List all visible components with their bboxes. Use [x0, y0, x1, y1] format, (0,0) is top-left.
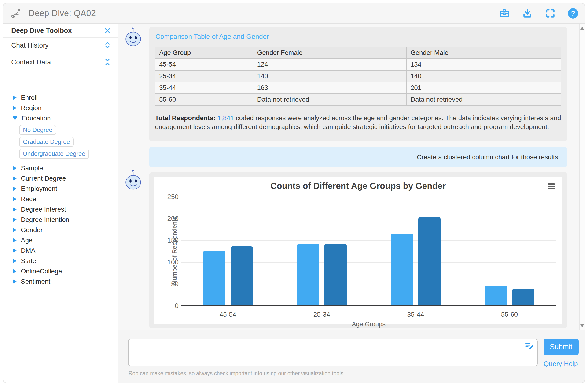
table-cell: 163 — [253, 82, 406, 94]
sidebar-item-sentiment[interactable]: Sentiment — [13, 276, 118, 287]
x-tick-label: 25-34 — [275, 311, 369, 318]
compose-icon[interactable] — [525, 341, 534, 350]
expand-icon[interactable] — [104, 41, 111, 49]
chat-history-label: Chat History — [11, 42, 49, 49]
comparison-table: Age GroupGender FemaleGender Male45-5412… — [155, 46, 561, 106]
education-tags: No DegreeGraduate DegreeUndergraduate De… — [13, 123, 111, 163]
total-respondents-link[interactable]: 1,841 — [217, 114, 234, 122]
tree-item-label: Enroll — [21, 94, 38, 101]
caret-right-icon[interactable] — [13, 166, 17, 171]
scrollbar[interactable] — [579, 24, 585, 330]
caret-right-icon[interactable] — [13, 217, 17, 222]
tree-item-label: Race — [21, 195, 36, 203]
download-icon[interactable] — [522, 8, 533, 19]
caret-right-icon[interactable] — [13, 238, 17, 243]
caret-right-icon[interactable] — [13, 186, 17, 191]
column-header: Age Group — [155, 47, 253, 59]
sidebar-title: Deep Dive Toolbox — [11, 27, 72, 34]
table-cell: 55-60 — [155, 94, 253, 105]
bar-gender-male-25-34 — [324, 244, 347, 305]
x-tick-label: 35-44 — [369, 311, 462, 318]
caret-right-icon[interactable] — [13, 197, 17, 202]
caret-right-icon[interactable] — [13, 207, 17, 212]
sidebar-item-sample[interactable]: Sample — [13, 163, 118, 173]
fullscreen-icon[interactable] — [545, 8, 556, 19]
bot-message-chart: Counts of Different Age Groups by Gender… — [149, 172, 567, 328]
sidebar-item-region[interactable]: Region — [13, 103, 118, 113]
submit-button[interactable]: Submit — [544, 339, 579, 355]
help-icon[interactable]: ? — [568, 8, 578, 19]
context-data-label: Context Data — [11, 58, 51, 66]
chart-title: Counts of Different Age Groups by Gender — [154, 181, 562, 191]
composer: Submit Query Help Rob can make mistakes,… — [118, 330, 585, 383]
bar-gender-male-35-44 — [418, 217, 441, 305]
arrow-up-icon[interactable] — [580, 27, 584, 29]
caret-right-icon[interactable] — [13, 269, 17, 273]
column-header: Gender Female — [253, 47, 406, 59]
collapse-icon[interactable] — [104, 58, 111, 66]
query-help-link[interactable]: Query Help — [544, 360, 578, 368]
sidebar-item-degree-intention[interactable]: Degree Intention — [13, 215, 118, 225]
gridline — [181, 197, 556, 197]
hamburger-menu-icon[interactable] — [548, 183, 555, 190]
tag-graduate-degree[interactable]: Graduate Degree — [19, 137, 74, 147]
x-axis-title: Age Groups — [181, 321, 556, 328]
x-tick-label: 45-54 — [181, 311, 275, 318]
sidebar-item-current-degree[interactable]: Current Degree — [13, 173, 118, 184]
tree-item-label: DMA — [21, 247, 35, 254]
query-input[interactable] — [128, 339, 538, 366]
table-cell: 124 — [253, 59, 406, 70]
caret-right-icon[interactable] — [13, 279, 17, 284]
sidebar-item-onlinecollege[interactable]: OnlineCollege — [13, 266, 118, 276]
sidebar-item-state[interactable]: State — [13, 256, 118, 266]
caret-right-icon[interactable] — [13, 228, 17, 232]
close-icon[interactable] — [104, 27, 111, 34]
bar-gender-female-45-54 — [203, 251, 225, 305]
bar-gender-female-25-34 — [297, 244, 319, 305]
disclaimer-text: Rob can make mistakes, so always check i… — [128, 370, 345, 377]
table-cell: 134 — [407, 59, 561, 70]
caret-right-icon[interactable] — [13, 248, 17, 253]
table-cell: 140 — [407, 70, 561, 82]
tree-item-label: Sentiment — [21, 278, 50, 285]
caret-right-icon[interactable] — [13, 95, 17, 100]
caret-right-icon[interactable] — [13, 106, 17, 110]
help-glyph: ? — [571, 9, 575, 17]
gridline — [181, 219, 556, 219]
header-actions: ? — [499, 3, 578, 23]
sidebar-item-gender[interactable]: Gender — [13, 225, 118, 235]
tag-undergraduate-degree[interactable]: Undergraduate Degree — [19, 149, 89, 159]
sidebar-item-dma[interactable]: DMA — [13, 246, 118, 256]
bar-gender-male-55-60 — [512, 289, 534, 305]
column-header: Gender Male — [407, 47, 561, 59]
caret-right-icon[interactable] — [13, 259, 17, 263]
sidebar-item-chat-history[interactable]: Chat History — [3, 38, 118, 53]
arrow-down-icon[interactable] — [580, 324, 584, 327]
table-row: 45-54124134 — [155, 59, 561, 70]
sidebar-item-education[interactable]: Education — [13, 113, 118, 123]
page-title: Deep Dive: QA02 — [29, 8, 96, 18]
table-cell: 35-44 — [155, 82, 253, 94]
tree-item-label: Region — [21, 104, 42, 112]
tree-item-label: OnlineCollege — [21, 268, 62, 275]
tag-no-degree[interactable]: No Degree — [19, 125, 56, 135]
table-row: 35-44163201 — [155, 82, 561, 94]
context-data-tree: EnrollRegionEducationNo DegreeGraduate D… — [3, 92, 118, 287]
column-chart: Counts of Different Age Groups by Gender… — [154, 177, 562, 324]
caret-down-icon[interactable] — [13, 116, 17, 120]
toolbox-icon[interactable] — [499, 8, 510, 19]
sidebar-item-employment[interactable]: Employment — [13, 184, 118, 194]
y-axis-title: Number of Respondents — [171, 216, 178, 286]
tree-item-label: Gender — [21, 226, 42, 234]
sidebar-item-context-data[interactable]: Context Data — [3, 53, 118, 71]
caret-right-icon[interactable] — [13, 176, 17, 181]
summary-rest: coded responses were analyzed across the… — [155, 114, 561, 131]
sidebar-item-enroll[interactable]: Enroll — [13, 92, 118, 103]
bar-gender-male-45-54 — [231, 246, 253, 305]
sidebar-item-degree-interest[interactable]: Degree Interest — [13, 204, 118, 215]
tree-item-label: State — [21, 257, 36, 265]
sidebar-item-age[interactable]: Age — [13, 235, 118, 246]
tree-item-label: Employment — [21, 185, 57, 193]
bar-gender-female-35-44 — [391, 234, 413, 305]
sidebar-item-race[interactable]: Race — [13, 194, 118, 204]
